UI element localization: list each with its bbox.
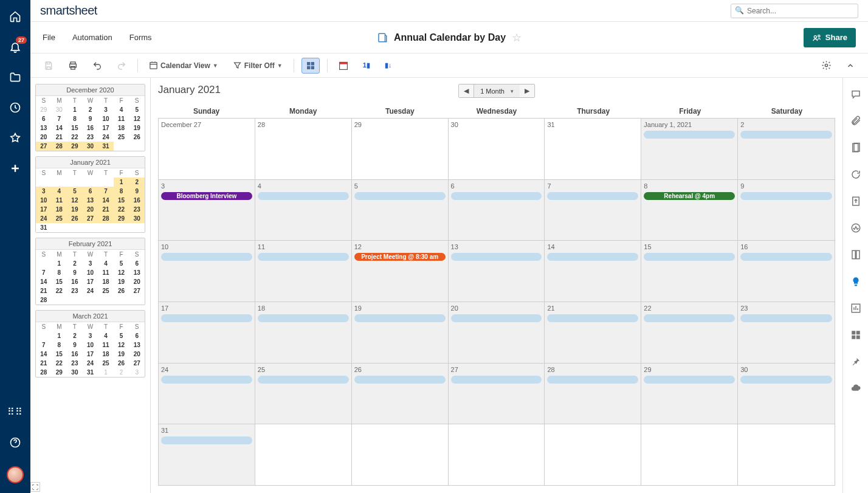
home-icon[interactable] [9, 10, 22, 23]
mini-day[interactable]: 24 [83, 359, 98, 368]
calendar-event[interactable]: Rehearsal @ 4pm [644, 192, 735, 200]
mini-day[interactable]: 14 [52, 123, 67, 133]
mini-day[interactable]: 31 [98, 142, 114, 151]
mini-day[interactable]: 11 [98, 268, 114, 277]
day-cell[interactable]: 5 [352, 180, 449, 241]
calendar-event[interactable] [740, 376, 832, 384]
calendar-event[interactable] [644, 253, 735, 261]
day-cell[interactable] [352, 424, 449, 485]
day-cell[interactable]: 29 [352, 119, 449, 179]
mini-day[interactable]: 30 [67, 368, 83, 377]
recents-icon[interactable] [9, 101, 22, 114]
update-requests-icon[interactable] [850, 169, 861, 180]
mini-day[interactable]: 2 [83, 105, 98, 114]
help-icon[interactable] [9, 436, 22, 449]
calendar-event[interactable] [258, 192, 349, 200]
day-cell[interactable] [545, 424, 641, 485]
mini-day[interactable]: 21 [36, 359, 52, 368]
undo-icon[interactable] [89, 58, 106, 73]
mini-day[interactable]: 5 [67, 187, 83, 196]
day-cell[interactable]: 13 [449, 241, 545, 302]
calendar-event[interactable] [740, 131, 832, 139]
cal-nav-right-icon[interactable]: ▮↓ [381, 59, 396, 72]
day-cell[interactable]: 2 [738, 119, 835, 179]
calendar-event[interactable] [547, 376, 638, 384]
mini-day[interactable] [98, 178, 114, 187]
mini-day[interactable]: 21 [52, 133, 67, 142]
apps-icon[interactable]: ⠿⠿ [9, 405, 22, 419]
mini-day[interactable]: 12 [114, 340, 129, 350]
day-cell[interactable]: 16 [738, 241, 835, 302]
mini-day[interactable]: 3 [36, 187, 52, 196]
mini-day[interactable]: 28 [98, 214, 114, 223]
menu-automation[interactable]: Automation [72, 33, 112, 42]
day-cell[interactable]: December 27 [159, 119, 255, 179]
calendar-event[interactable] [258, 314, 349, 322]
summary-icon[interactable] [850, 249, 861, 260]
mini-day[interactable]: 15 [114, 196, 129, 205]
mini-day[interactable]: 14 [36, 277, 52, 286]
mini-day[interactable]: 13 [83, 196, 98, 205]
mini-day[interactable]: 29 [52, 368, 67, 377]
mini-day[interactable]: 18 [98, 277, 114, 286]
calendar-event[interactable] [258, 253, 349, 261]
settings-icon[interactable] [818, 58, 835, 73]
day-cell[interactable]: 21 [545, 302, 641, 363]
mini-day[interactable]: 1 [67, 105, 83, 114]
calendar-event[interactable]: Bloomberg Interview [161, 192, 252, 200]
mini-day[interactable]: 25 [98, 286, 114, 295]
expand-handle[interactable]: ⛶ [30, 482, 40, 492]
mini-day[interactable]: 24 [83, 286, 98, 295]
calendar-event[interactable] [354, 376, 446, 384]
calendar-event[interactable] [451, 192, 542, 200]
mini-day[interactable]: 27 [129, 359, 145, 368]
view-selector[interactable]: Calendar View ▼ [145, 58, 222, 72]
mini-day[interactable]: 23 [83, 133, 98, 142]
next-period-button[interactable]: ▶ [520, 84, 534, 97]
mini-day[interactable]: 5 [114, 331, 129, 340]
mini-day[interactable]: 20 [36, 133, 52, 142]
mini-day[interactable]: 23 [67, 359, 83, 368]
mini-day[interactable]: 17 [83, 350, 98, 359]
day-cell[interactable]: 28 [545, 364, 641, 424]
day-cell[interactable]: 12Project Meeting @ 8:30 am [352, 241, 449, 302]
day-cell[interactable]: 27 [449, 364, 545, 424]
mini-day[interactable]: 6 [129, 331, 145, 340]
calendar-event[interactable] [547, 314, 638, 322]
mini-day[interactable]: 29 [36, 105, 52, 114]
day-cell[interactable]: 10 [159, 241, 255, 302]
mini-day[interactable]: 17 [98, 123, 114, 133]
mini-day[interactable]: 16 [67, 350, 83, 359]
calendar-event[interactable] [161, 376, 252, 384]
day-cell[interactable] [255, 424, 352, 485]
add-icon[interactable] [9, 162, 22, 175]
mini-day[interactable]: 7 [98, 187, 114, 196]
mini-day[interactable]: 24 [98, 133, 114, 142]
mini-day[interactable]: 12 [129, 114, 145, 123]
day-cell[interactable]: 24 [159, 364, 255, 424]
calendar-event[interactable] [451, 376, 542, 384]
mini-day[interactable]: 16 [129, 196, 145, 205]
mini-day[interactable]: 30 [83, 142, 98, 151]
day-cell[interactable] [449, 424, 545, 485]
notifications-icon[interactable]: 27 [9, 40, 22, 53]
mini-day[interactable]: 1 [52, 331, 67, 340]
mini-day[interactable]: 6 [83, 187, 98, 196]
mini-day[interactable]: 15 [52, 277, 67, 286]
publish-icon[interactable] [850, 196, 861, 207]
calendar-event[interactable] [740, 314, 832, 322]
mini-day[interactable]: 16 [67, 277, 83, 286]
mini-day[interactable]: 21 [98, 205, 114, 214]
day-cell[interactable]: 28 [255, 119, 352, 179]
day-cell[interactable]: 23 [738, 302, 835, 363]
day-cell[interactable] [738, 424, 835, 485]
mini-day[interactable]: 30 [129, 214, 145, 223]
day-cell[interactable]: 9 [738, 180, 835, 241]
mini-day[interactable]: 2 [67, 331, 83, 340]
mini-day[interactable]: 9 [83, 114, 98, 123]
mini-day[interactable]: 7 [36, 340, 52, 350]
mini-day[interactable] [36, 331, 52, 340]
filter-selector[interactable]: Filter Off ▼ [229, 58, 286, 72]
day-cell[interactable]: 15 [641, 241, 738, 302]
mini-day[interactable]: 27 [36, 142, 52, 151]
